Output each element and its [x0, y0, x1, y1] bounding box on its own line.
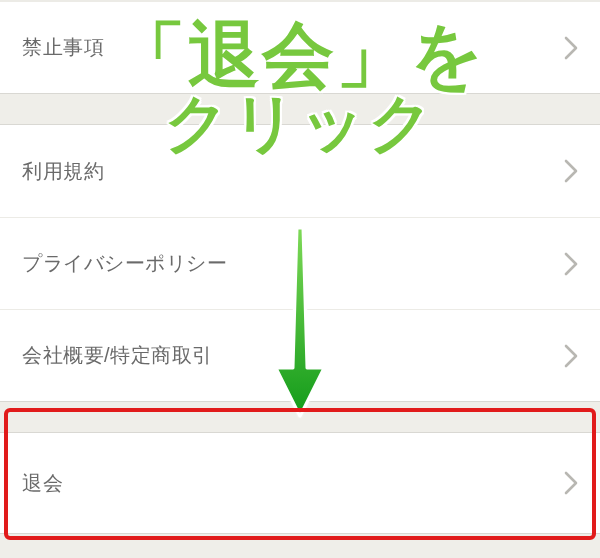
settings-group-3: 退会	[0, 432, 600, 534]
menu-item-withdraw[interactable]: 退会	[0, 433, 600, 533]
section-gap	[0, 94, 600, 124]
menu-item-label: 会社概要/特定商取引	[22, 342, 213, 369]
chevron-right-icon	[564, 344, 578, 368]
settings-group-1: 禁止事項	[0, 0, 600, 94]
menu-item-label: 利用規約	[22, 158, 104, 185]
menu-item-terms[interactable]: 利用規約	[0, 125, 600, 217]
menu-item-prohibited[interactable]: 禁止事項	[0, 1, 600, 93]
chevron-right-icon	[564, 159, 578, 183]
chevron-right-icon	[564, 252, 578, 276]
chevron-right-icon	[564, 471, 578, 495]
settings-group-2: 利用規約 プライバシーポリシー 会社概要/特定商取引	[0, 124, 600, 402]
menu-item-label: プライバシーポリシー	[22, 250, 227, 277]
settings-list: 禁止事項 利用規約 プライバシーポリシー 会社概要/特定商取引	[0, 0, 600, 534]
menu-item-privacy[interactable]: プライバシーポリシー	[0, 217, 600, 309]
section-gap	[0, 402, 600, 432]
chevron-right-icon	[564, 36, 578, 60]
menu-item-label: 退会	[22, 470, 63, 497]
menu-item-company[interactable]: 会社概要/特定商取引	[0, 309, 600, 401]
menu-item-label: 禁止事項	[22, 34, 104, 61]
